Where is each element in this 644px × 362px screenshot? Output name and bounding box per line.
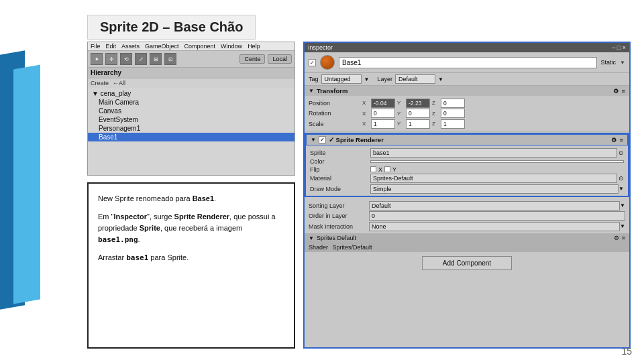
inspector-controls: – □ × — [612, 44, 626, 51]
gameobj-name-field[interactable] — [339, 57, 597, 68]
hierarchy-title: Hierarchy — [88, 68, 294, 78]
text-base1-mono: base1 — [126, 253, 148, 262]
hierarchy-items: ▼ cena_play Main Camera Canvas EventSyst… — [88, 88, 294, 143]
sprite-renderer-body: Sprite base1 ⊙ Color Flip X Y — [306, 145, 628, 196]
tag-arrow[interactable]: ▼ — [364, 76, 370, 82]
center-button[interactable]: Cente — [239, 54, 265, 64]
menu-component[interactable]: Component — [184, 43, 216, 50]
sprite-sprite-picker[interactable]: ⊙ — [617, 149, 624, 156]
text-sprite-renderer-bold: Sprite Renderer — [174, 213, 230, 221]
rot-x-field[interactable] — [371, 109, 395, 118]
transform-body: Position X Y Z Rotation X Y — [305, 96, 629, 131]
order-layer-value[interactable]: 0 — [369, 211, 625, 221]
sprite-toggle[interactable]: ▼ — [311, 137, 316, 143]
hierarchy-item-cena[interactable]: ▼ cena_play — [88, 89, 294, 98]
hierarchy-item-personagem[interactable]: Personagem1 — [88, 124, 294, 133]
inspector-titlebar: Inspector – □ × — [305, 43, 629, 52]
layer-dropdown[interactable]: Default — [395, 74, 435, 84]
hierarchy-item-camera[interactable]: Main Camera — [88, 98, 294, 107]
shader-value[interactable]: Sprites/Default — [333, 244, 372, 251]
mask-interaction-value[interactable]: None — [369, 222, 620, 231]
sprites-default-toggle[interactable]: ▼ — [309, 235, 314, 241]
sprite-drawmode-value[interactable]: Simple — [370, 184, 619, 194]
tool-icon-2[interactable]: ✛ — [105, 53, 117, 65]
search-all: ←All — [113, 80, 125, 86]
flip-x-checkbox[interactable] — [370, 166, 376, 172]
pos-y-field[interactable] — [406, 99, 430, 108]
mask-arrow[interactable]: ▼ — [620, 223, 625, 229]
sprite-flip-row: Flip X Y — [310, 166, 624, 173]
pos-z-field[interactable] — [441, 99, 465, 108]
menu-gameobject[interactable]: GameObject — [145, 43, 179, 50]
hierarchy-item-canvas[interactable]: Canvas — [88, 107, 294, 115]
create-btn[interactable]: Create — [91, 80, 109, 86]
hierarchy-item-base1[interactable]: Base1 — [88, 133, 294, 141]
tool-icon-1[interactable]: ✦ — [91, 53, 103, 65]
flip-y-checkbox[interactable] — [384, 166, 390, 172]
rotation-values: X Y Z — [362, 109, 625, 118]
menu-file[interactable]: File — [91, 43, 101, 50]
menu-help[interactable]: Help — [248, 43, 260, 50]
tag-dropdown[interactable]: Untagged — [321, 74, 362, 84]
deco-left-light — [13, 64, 40, 304]
menubar: File Edit Assets GameObject Component Wi… — [88, 42, 294, 51]
sorting-arrow[interactable]: ▼ — [620, 202, 625, 208]
hierarchy-item-eventsystem[interactable]: EventSystem — [88, 115, 294, 124]
text-period1: . — [214, 194, 216, 202]
text-new-sprite: New Sprite — [98, 194, 134, 202]
pos-x-field[interactable] — [371, 99, 395, 108]
text-recebera: , que receberá a imagem — [160, 224, 242, 232]
sprite-menu-icon[interactable]: ≡ — [619, 136, 623, 143]
tool-icon-6[interactable]: ⊡ — [164, 53, 176, 65]
scale-x-field[interactable] — [371, 119, 395, 129]
static-label: Static — [601, 59, 616, 66]
sprite-material-picker[interactable]: ⊙ — [617, 175, 624, 182]
shader-row: Shader Sprites/Default — [305, 243, 629, 252]
sprites-default-label: Sprites Default — [317, 235, 356, 241]
menu-assets[interactable]: Assets — [121, 43, 140, 50]
sprite-sprite-value[interactable]: base1 — [370, 148, 617, 158]
static-dropdown-arrow[interactable]: ▼ — [620, 60, 625, 66]
menu-window[interactable]: Window — [221, 43, 242, 50]
scale-y-field[interactable] — [406, 119, 430, 129]
pos-x-label: X — [362, 100, 369, 106]
tool-icon-5[interactable]: ⊞ — [150, 53, 162, 65]
text-inspector-bold: Inspector — [113, 213, 147, 221]
tool-icon-3[interactable]: ⟲ — [120, 53, 132, 65]
rot-z-field[interactable] — [441, 109, 465, 118]
mask-interaction-label: Mask Interaction — [309, 223, 369, 230]
sorting-layer-value[interactable]: Default — [369, 201, 620, 210]
transform-menu-icon[interactable]: ≡ — [621, 87, 625, 95]
rot-z-label: Z — [432, 111, 439, 117]
scale-z-field[interactable] — [441, 119, 465, 129]
drawmode-arrow[interactable]: ▼ — [619, 186, 624, 192]
text-surge: ", surge — [147, 213, 174, 221]
sprite-flip-label: Flip — [310, 166, 370, 173]
local-button[interactable]: Local — [268, 54, 292, 64]
text-base1-bold: Base1 — [193, 194, 214, 202]
tool-icon-4[interactable]: ⤢ — [135, 53, 147, 65]
add-component-button[interactable]: Add Component — [422, 256, 512, 270]
sprite-gear-icon[interactable]: ⚙ — [611, 137, 616, 143]
transform-header: ▼ Transform ⚙ ≡ — [305, 86, 629, 96]
sprite-material-value[interactable]: Sprites-Default — [370, 174, 617, 183]
transform-toggle[interactable]: ▼ — [309, 88, 314, 94]
sprite-active-checkbox[interactable]: ✓ — [319, 136, 326, 143]
layer-label: Layer — [377, 76, 392, 82]
flip-y-label: Y — [392, 166, 396, 173]
text-em: Em " — [98, 213, 113, 221]
content-area: File Edit Assets GameObject Component Wi… — [87, 42, 631, 349]
rot-y-field[interactable] — [406, 109, 430, 118]
sprite-color-label: Color — [310, 158, 370, 165]
sorting-section: Sorting Layer Default ▼ Order in Layer 0… — [305, 198, 629, 233]
flip-x-label: X — [378, 166, 382, 173]
order-layer-row: Order in Layer 0 — [309, 211, 625, 221]
gameobj-active-checkbox[interactable]: ✓ — [309, 59, 316, 66]
sprites-default-gear-icon[interactable]: ⚙ — [614, 235, 619, 241]
sprite-color-swatch[interactable] — [370, 160, 624, 163]
transform-gear-icon[interactable]: ⚙ — [613, 88, 619, 95]
sprites-default-menu-icon[interactable]: ≡ — [622, 235, 625, 241]
scale-z-label: Z — [432, 121, 439, 127]
menu-edit[interactable]: Edit — [106, 43, 117, 50]
layer-arrow[interactable]: ▼ — [438, 76, 443, 82]
